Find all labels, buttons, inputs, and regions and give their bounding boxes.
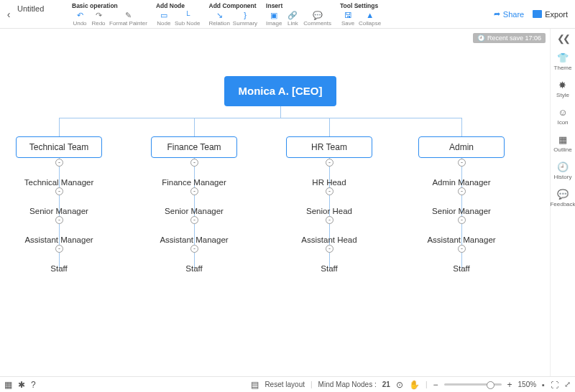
org-node[interactable]: Assistant Manager [151,235,237,244]
collapse-rail-button[interactable]: ❮❮ [557,33,569,44]
save-button[interactable]: 🖫Save [340,11,356,27]
reset-layout-button[interactable]: Reset layout [264,381,305,388]
relation-button[interactable]: ↘Relation [209,11,230,27]
grid-icon[interactable]: ▦ [4,380,12,390]
comments-button[interactable]: 💬Comments [303,11,331,27]
collapse-handle[interactable]: - [326,245,334,253]
collapse-handle[interactable]: - [190,245,198,253]
collapse-handle[interactable]: - [190,187,198,195]
rail-theme[interactable]: 👕Theme [554,52,572,71]
fit-icon[interactable]: ▪ [542,381,545,389]
root-node[interactable]: Monica A. [CEO] [224,76,336,106]
feedback-icon: 💬 [557,189,569,200]
canvas[interactable]: Recent save 17:06 Monica A. [CEO] Techni… [0,29,551,376]
image-icon: ▣ [269,11,279,19]
org-node[interactable]: Staff [16,264,102,273]
org-node[interactable]: Staff [418,264,505,273]
org-node[interactable]: Senior Manager [16,207,102,215]
export-button[interactable]: Export [533,10,568,19]
node-button[interactable]: ▭Node [156,11,172,27]
collapse-handle[interactable]: - [458,245,466,253]
document-title[interactable]: Untitled [17,0,68,28]
collapse-handle[interactable]: - [326,216,334,224]
connector [329,118,330,136]
org-node[interactable]: Assistant Manager [418,235,505,244]
recent-save-badge: Recent save 17:06 [473,33,546,43]
brightness-icon[interactable]: ✱ [18,380,25,390]
toolbar-group-basic: Basic operation ↶Undo ↷Redo ✎Format Pain… [68,0,152,28]
layout-icon[interactable]: ▤ [251,380,259,390]
zoom-out-button[interactable]: − [433,380,438,390]
collapse-handle[interactable]: - [55,159,63,167]
org-node[interactable]: Assistant Head [286,235,372,244]
org-node[interactable]: Assistant Manager [16,235,102,244]
rail-history[interactable]: 🕘History [554,162,572,180]
style-icon: ✸ [558,80,566,90]
back-button[interactable]: ‹ [0,0,17,28]
icon-icon: ☺ [558,107,567,118]
status-bar: ▦ ✱ ? ▤ Reset layout | Mind Map Nodes : … [0,376,575,392]
format-painter-icon: ✎ [123,11,133,19]
org-node[interactable]: Senior Head [286,207,372,215]
rail-feedback[interactable]: 💬Feedback [550,189,575,207]
node-icon: ▭ [159,11,169,19]
team-node[interactable]: Technical Team [16,136,102,158]
subnode-button[interactable]: └Sub Node [175,11,201,27]
collapse-handle[interactable]: - [190,216,198,224]
rail-icon[interactable]: ☺Icon [557,107,568,126]
summary-button[interactable]: }Summary [233,11,257,27]
collapse-handle[interactable]: - [55,216,63,224]
team-node[interactable]: Admin [418,136,505,158]
toolbar-group-toolsettings: Tool Settings 🖫Save ▲Collapse [336,0,385,28]
collapse-handle[interactable]: - [190,159,198,167]
toolbar-group-insert: Insert ▣Image 🔗Link 💬Comments [262,0,336,28]
rail-style[interactable]: ✸Style [556,80,569,98]
connector [461,118,462,136]
org-node[interactable]: Senior Manager [418,207,505,215]
collapse-icon: ▲ [365,11,375,19]
fullscreen-icon[interactable]: ⛶ [551,381,558,389]
redo-button[interactable]: ↷Redo [91,11,106,27]
relation-icon: ↘ [214,11,224,19]
nodes-label: Mind Map Nodes : [318,381,377,388]
org-node[interactable]: Finance Manager [151,178,237,187]
org-node[interactable]: HR Head [286,178,372,187]
org-node[interactable]: Staff [286,264,372,273]
link-button[interactable]: 🔗Link [285,11,300,27]
locate-icon[interactable]: ⊙ [396,380,403,390]
collapse-handle[interactable]: - [326,187,334,195]
top-toolbar: ‹ Untitled Basic operation ↶Undo ↷Redo ✎… [0,0,575,29]
export-icon [533,10,542,18]
collapse-handle[interactable]: - [55,245,63,253]
link-icon: 🔗 [288,11,298,19]
zoom-in-button[interactable]: + [507,380,512,390]
save-icon: 🖫 [343,11,353,19]
collapse-handle[interactable]: - [458,187,466,195]
comments-icon: 💬 [313,11,323,19]
rail-outline[interactable]: ▦Outline [553,134,571,153]
image-button[interactable]: ▣Image [266,11,282,27]
zoom-slider[interactable] [444,383,502,386]
pan-icon[interactable]: ✋ [409,380,420,390]
toolbar-group-addnode: Add Node ▭Node └Sub Node [152,0,205,28]
collapse-handle[interactable]: - [458,159,466,167]
subnode-icon: └ [183,11,193,19]
expand-icon[interactable]: ⤢ [564,380,571,389]
collapse-button[interactable]: ▲Collapse [359,11,381,27]
connector [59,118,461,118]
org-node[interactable]: Senior Manager [151,207,237,215]
redo-icon: ↷ [93,11,104,19]
collapse-handle[interactable]: - [326,159,334,167]
collapse-handle[interactable]: - [458,216,466,224]
help-icon[interactable]: ? [31,380,36,390]
org-node[interactable]: Technical Manager [16,178,102,187]
share-button[interactable]: ➦Share [494,9,524,19]
format-painter-button[interactable]: ✎Format Painter [109,11,147,27]
org-node[interactable]: Staff [151,264,237,273]
summary-icon: } [240,11,250,19]
team-node[interactable]: Finance Team [151,136,237,158]
undo-button[interactable]: ↶Undo [72,11,88,27]
org-node[interactable]: Admin Manager [418,178,505,187]
collapse-handle[interactable]: - [55,187,63,195]
team-node[interactable]: HR Team [286,136,372,158]
